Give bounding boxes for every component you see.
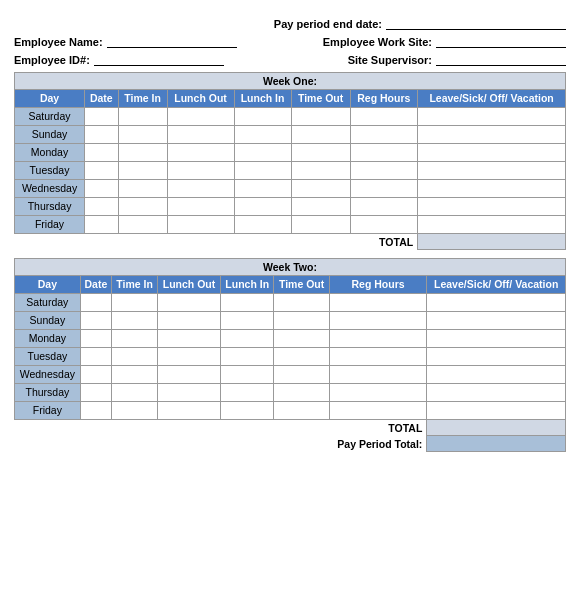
employee-name-value[interactable]: [107, 34, 237, 48]
time-out-sunday-w2[interactable]: [274, 311, 329, 329]
time-out-thursday-w2[interactable]: [274, 383, 329, 401]
reg-hours-monday-w1[interactable]: [350, 143, 418, 161]
time-out-wednesday-w1[interactable]: [291, 179, 350, 197]
time-out-tuesday-w2[interactable]: [274, 347, 329, 365]
leave-thursday-w2[interactable]: [427, 383, 566, 401]
lunch-in-tuesday-w1[interactable]: [234, 161, 291, 179]
reg-hours-tuesday-w2[interactable]: [329, 347, 427, 365]
lunch-in-monday-w2[interactable]: [220, 329, 274, 347]
time-out-tuesday-w1[interactable]: [291, 161, 350, 179]
time-in-thursday-w1[interactable]: [118, 197, 167, 215]
leave-sunday-w2[interactable]: [427, 311, 566, 329]
time-in-friday-w1[interactable]: [118, 215, 167, 233]
leave-tuesday-w2[interactable]: [427, 347, 566, 365]
pay-period-value[interactable]: [386, 16, 566, 30]
time-in-tuesday-w1[interactable]: [118, 161, 167, 179]
reg-hours-saturday-w2[interactable]: [329, 293, 427, 311]
leave-thursday-w1[interactable]: [418, 197, 566, 215]
reg-hours-wednesday-w2[interactable]: [329, 365, 427, 383]
time-in-monday-w1[interactable]: [118, 143, 167, 161]
date-friday-w2[interactable]: [80, 401, 111, 419]
lunch-out-monday-w1[interactable]: [167, 143, 234, 161]
time-out-sunday-w1[interactable]: [291, 125, 350, 143]
lunch-in-thursday-w2[interactable]: [220, 383, 274, 401]
week-two-total-value[interactable]: [427, 419, 566, 436]
reg-hours-sunday-w1[interactable]: [350, 125, 418, 143]
employee-id-value[interactable]: [94, 52, 224, 66]
lunch-out-tuesday-w2[interactable]: [158, 347, 221, 365]
date-tuesday-w2[interactable]: [80, 347, 111, 365]
time-out-wednesday-w2[interactable]: [274, 365, 329, 383]
lunch-in-saturday-w2[interactable]: [220, 293, 274, 311]
time-in-wednesday-w1[interactable]: [118, 179, 167, 197]
date-friday-w1[interactable]: [85, 215, 118, 233]
lunch-in-friday-w2[interactable]: [220, 401, 274, 419]
date-thursday-w1[interactable]: [85, 197, 118, 215]
reg-hours-saturday-w1[interactable]: [350, 107, 418, 125]
date-wednesday-w1[interactable]: [85, 179, 118, 197]
leave-tuesday-w1[interactable]: [418, 161, 566, 179]
time-in-tuesday-w2[interactable]: [112, 347, 158, 365]
lunch-out-friday-w1[interactable]: [167, 215, 234, 233]
reg-hours-friday-w2[interactable]: [329, 401, 427, 419]
leave-saturday-w1[interactable]: [418, 107, 566, 125]
lunch-out-wednesday-w1[interactable]: [167, 179, 234, 197]
time-in-saturday-w2[interactable]: [112, 293, 158, 311]
week-one-total-value[interactable]: [418, 233, 566, 250]
leave-monday-w1[interactable]: [418, 143, 566, 161]
date-thursday-w2[interactable]: [80, 383, 111, 401]
time-in-monday-w2[interactable]: [112, 329, 158, 347]
pay-period-value[interactable]: [427, 436, 566, 452]
lunch-out-tuesday-w1[interactable]: [167, 161, 234, 179]
reg-hours-monday-w2[interactable]: [329, 329, 427, 347]
lunch-out-thursday-w2[interactable]: [158, 383, 221, 401]
leave-friday-w1[interactable]: [418, 215, 566, 233]
reg-hours-tuesday-w1[interactable]: [350, 161, 418, 179]
time-in-thursday-w2[interactable]: [112, 383, 158, 401]
leave-friday-w2[interactable]: [427, 401, 566, 419]
date-saturday-w2[interactable]: [80, 293, 111, 311]
lunch-out-wednesday-w2[interactable]: [158, 365, 221, 383]
time-out-monday-w1[interactable]: [291, 143, 350, 161]
time-in-friday-w2[interactable]: [112, 401, 158, 419]
lunch-in-saturday-w1[interactable]: [234, 107, 291, 125]
lunch-in-tuesday-w2[interactable]: [220, 347, 274, 365]
reg-hours-friday-w1[interactable]: [350, 215, 418, 233]
date-sunday-w2[interactable]: [80, 311, 111, 329]
reg-hours-sunday-w2[interactable]: [329, 311, 427, 329]
time-in-sunday-w1[interactable]: [118, 125, 167, 143]
date-sunday-w1[interactable]: [85, 125, 118, 143]
time-out-saturday-w1[interactable]: [291, 107, 350, 125]
lunch-in-sunday-w2[interactable]: [220, 311, 274, 329]
time-out-saturday-w2[interactable]: [274, 293, 329, 311]
date-monday-w2[interactable]: [80, 329, 111, 347]
lunch-in-monday-w1[interactable]: [234, 143, 291, 161]
lunch-out-thursday-w1[interactable]: [167, 197, 234, 215]
lunch-out-sunday-w1[interactable]: [167, 125, 234, 143]
date-tuesday-w1[interactable]: [85, 161, 118, 179]
reg-hours-thursday-w1[interactable]: [350, 197, 418, 215]
date-wednesday-w2[interactable]: [80, 365, 111, 383]
time-out-friday-w1[interactable]: [291, 215, 350, 233]
time-in-saturday-w1[interactable]: [118, 107, 167, 125]
reg-hours-wednesday-w1[interactable]: [350, 179, 418, 197]
leave-wednesday-w2[interactable]: [427, 365, 566, 383]
time-out-friday-w2[interactable]: [274, 401, 329, 419]
leave-monday-w2[interactable]: [427, 329, 566, 347]
date-monday-w1[interactable]: [85, 143, 118, 161]
date-saturday-w1[interactable]: [85, 107, 118, 125]
lunch-in-wednesday-w1[interactable]: [234, 179, 291, 197]
work-site-value[interactable]: [436, 34, 566, 48]
leave-saturday-w2[interactable]: [427, 293, 566, 311]
lunch-in-thursday-w1[interactable]: [234, 197, 291, 215]
lunch-out-saturday-w1[interactable]: [167, 107, 234, 125]
time-out-thursday-w1[interactable]: [291, 197, 350, 215]
lunch-out-sunday-w2[interactable]: [158, 311, 221, 329]
reg-hours-thursday-w2[interactable]: [329, 383, 427, 401]
time-in-sunday-w2[interactable]: [112, 311, 158, 329]
leave-wednesday-w1[interactable]: [418, 179, 566, 197]
time-out-monday-w2[interactable]: [274, 329, 329, 347]
lunch-in-sunday-w1[interactable]: [234, 125, 291, 143]
lunch-in-friday-w1[interactable]: [234, 215, 291, 233]
leave-sunday-w1[interactable]: [418, 125, 566, 143]
